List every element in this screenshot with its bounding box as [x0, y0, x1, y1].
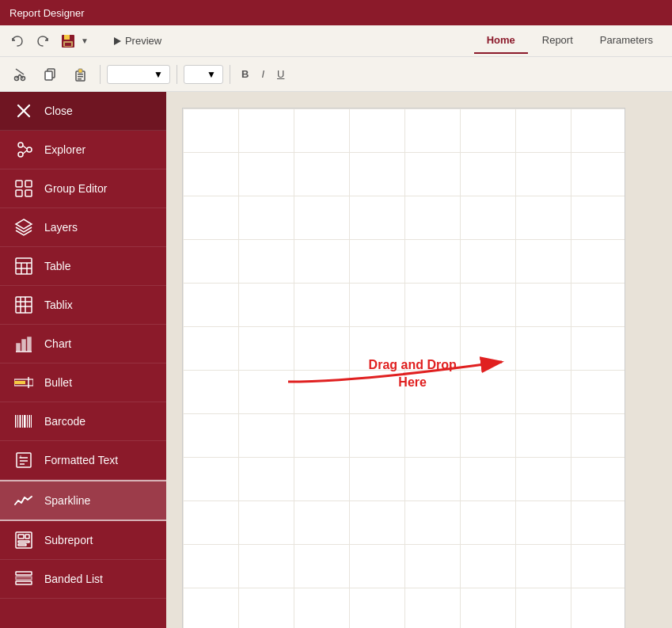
svg-point-19: [18, 143, 23, 147]
svg-rect-16: [78, 78, 82, 80]
copy-button[interactable]: [36, 63, 63, 86]
svg-rect-39: [17, 344, 20, 351]
svg-line-22: [23, 146, 27, 149]
svg-rect-50: [24, 415, 26, 428]
svg-rect-53: [31, 415, 32, 428]
canvas-container: Drag and DropHere: [166, 92, 672, 628]
sidebar-item-group-editor[interactable]: Group Editor: [0, 169, 166, 208]
svg-rect-40: [22, 340, 25, 351]
svg-line-9: [16, 69, 24, 74]
svg-rect-61: [18, 541, 29, 542]
menu-bar: ▼ Preview Home Report Parameters: [0, 25, 672, 57]
sidebar: Close Explorer: [0, 92, 166, 628]
chart-icon: [13, 333, 35, 355]
svg-rect-41: [28, 337, 31, 351]
sidebar-item-banded-list-label: Banded List: [44, 573, 103, 585]
toolbar-divider-2: [177, 65, 177, 84]
svg-marker-4: [114, 37, 121, 45]
title-bar: Report Designer: [0, 0, 672, 25]
svg-rect-14: [78, 74, 83, 75]
preview-button[interactable]: Preview: [103, 30, 171, 51]
svg-rect-13: [78, 69, 82, 73]
cut-button[interactable]: [6, 63, 33, 86]
svg-rect-34: [16, 297, 32, 313]
svg-marker-28: [16, 219, 32, 229]
barcode-icon: [13, 410, 35, 432]
banded-list-icon: [13, 568, 35, 590]
toolbar-divider-1: [100, 65, 101, 84]
svg-rect-66: [16, 581, 32, 584]
italic-button[interactable]: I: [256, 65, 269, 83]
bold-button[interactable]: B: [237, 65, 253, 83]
font-dropdown[interactable]: ▼: [107, 65, 170, 84]
sidebar-item-subreport-label: Subreport: [44, 534, 93, 546]
content-area: Drag and DropHere: [166, 92, 672, 628]
sidebar-item-group-editor-label: Group Editor: [44, 182, 107, 195]
sidebar-item-layers[interactable]: Layers: [0, 208, 166, 247]
tab-home[interactable]: Home: [474, 28, 528, 54]
svg-rect-1: [64, 35, 70, 40]
sidebar-item-table-label: Table: [44, 260, 70, 272]
svg-rect-3: [65, 43, 71, 46]
sparkline-icon: [13, 489, 35, 512]
save-dropdown-button[interactable]: ▼: [79, 33, 90, 48]
sidebar-item-subreport[interactable]: Subreport: [0, 521, 166, 560]
svg-rect-11: [45, 71, 52, 80]
subreport-icon: [13, 529, 35, 551]
menu-tabs: Home Report Parameters: [474, 28, 666, 54]
sidebar-item-formatted-text[interactable]: A Formatted Text: [0, 441, 166, 480]
sidebar-item-layers-label: Layers: [44, 221, 78, 234]
svg-rect-63: [25, 535, 29, 539]
svg-rect-44: [14, 381, 25, 384]
sidebar-item-close[interactable]: Close: [0, 92, 166, 131]
sidebar-item-close-label: Close: [44, 105, 73, 117]
sidebar-item-tablix-label: Tablix: [44, 299, 73, 311]
sidebar-item-bullet-label: Bullet: [44, 376, 72, 389]
undo-button[interactable]: [6, 32, 28, 51]
tablix-icon: [13, 294, 35, 316]
paste-button[interactable]: [66, 63, 93, 86]
layers-icon: [13, 216, 35, 238]
sidebar-item-tablix[interactable]: Tablix: [0, 286, 166, 325]
sidebar-item-sparkline-label: Sparkline: [44, 494, 90, 507]
svg-rect-62: [18, 544, 26, 546]
svg-rect-51: [27, 415, 28, 428]
sidebar-item-explorer-label: Explorer: [44, 143, 85, 156]
menu-bar-left: ▼: [6, 29, 100, 53]
save-button[interactable]: [57, 29, 79, 53]
sidebar-item-bullet[interactable]: Bullet: [0, 363, 166, 402]
sidebar-item-chart[interactable]: Chart: [0, 325, 166, 363]
svg-rect-67: [16, 577, 32, 580]
sidebar-item-formatted-text-label: Formatted Text: [44, 454, 118, 466]
svg-rect-29: [16, 258, 32, 274]
svg-rect-49: [22, 415, 23, 428]
drag-drop-text: Drag and DropHere: [369, 358, 457, 389]
grid-canvas: Drag and DropHere: [182, 108, 625, 628]
svg-rect-46: [15, 415, 17, 428]
sidebar-item-explorer[interactable]: Explorer: [0, 131, 166, 169]
app-title: Report Designer: [9, 7, 85, 19]
svg-rect-25: [25, 181, 32, 187]
tab-report[interactable]: Report: [530, 28, 586, 54]
svg-line-23: [23, 150, 27, 154]
drag-drop-label: Drag and DropHere: [369, 356, 457, 392]
sidebar-item-table[interactable]: Table: [0, 247, 166, 286]
sidebar-item-banded-list[interactable]: Banded List: [0, 560, 166, 599]
save-button-group[interactable]: ▼: [57, 29, 90, 53]
svg-rect-26: [16, 190, 22, 196]
underline-button[interactable]: U: [272, 65, 289, 83]
sidebar-item-barcode-label: Barcode: [44, 415, 85, 428]
sidebar-item-barcode[interactable]: Barcode: [0, 402, 166, 441]
explorer-icon: [13, 139, 35, 161]
group-editor-icon: [13, 177, 35, 200]
svg-point-20: [18, 152, 23, 157]
size-dropdown-arrow: ▼: [207, 69, 216, 80]
redo-button[interactable]: [32, 32, 54, 51]
tab-parameters[interactable]: Parameters: [587, 28, 666, 54]
size-dropdown[interactable]: ▼: [184, 65, 223, 84]
svg-rect-64: [16, 572, 32, 575]
svg-rect-47: [17, 415, 18, 428]
svg-rect-24: [16, 181, 22, 187]
sidebar-item-sparkline[interactable]: Sparkline: [0, 480, 166, 521]
svg-rect-48: [20, 415, 21, 428]
